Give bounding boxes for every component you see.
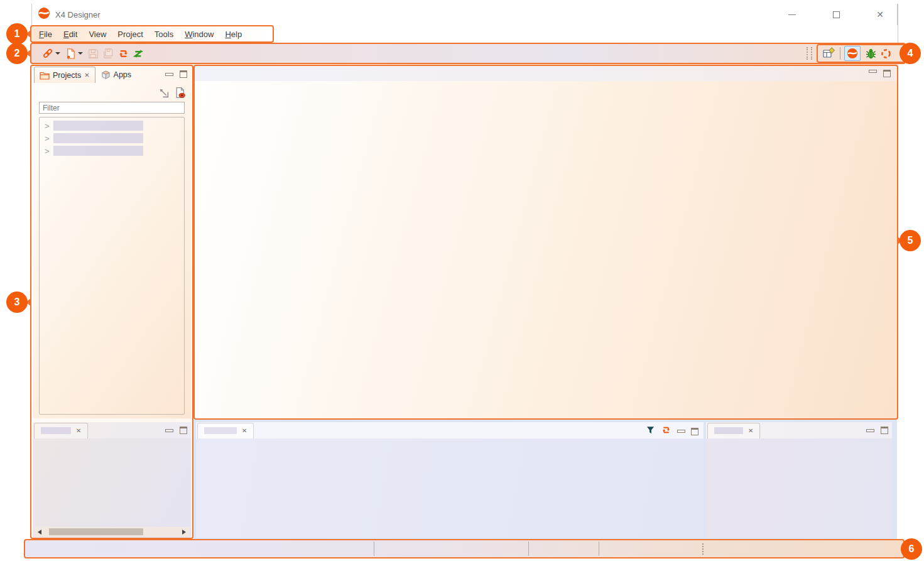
tab-close-icon[interactable]: ✕ <box>242 428 247 434</box>
close-icon: ✕ <box>876 10 884 19</box>
tree-item[interactable]: > <box>40 132 184 144</box>
bottom-right-panel: ✕ <box>706 422 892 538</box>
menu-item-view[interactable]: View <box>83 30 112 39</box>
refresh-icon[interactable] <box>116 45 131 62</box>
filter-input[interactable] <box>39 102 185 114</box>
save-all-icon <box>101 45 116 62</box>
projects-panel: Projects ✕ Apps <box>33 66 191 418</box>
callout-badge-1: 1 <box>6 23 28 45</box>
project-tree[interactable]: >>> <box>39 117 185 415</box>
tab-close-icon[interactable]: ✕ <box>748 428 753 434</box>
redacted-label <box>53 133 143 143</box>
tab-close-icon[interactable]: ✕ <box>76 428 81 434</box>
window-title: X4 Designer <box>55 10 101 19</box>
redacted-label <box>53 146 143 156</box>
link-with-editor-icon[interactable] <box>158 87 170 101</box>
window-close-button[interactable]: ✕ <box>871 5 889 24</box>
save-icon <box>85 45 101 62</box>
tab-projects[interactable]: Projects ✕ <box>34 67 95 83</box>
menu-item-file[interactable]: File <box>33 30 58 39</box>
panel-maximize-icon[interactable] <box>180 427 187 434</box>
app-logo-icon <box>38 7 50 22</box>
toolbar <box>30 43 906 64</box>
link-icon[interactable] <box>40 45 55 62</box>
refresh-icon[interactable] <box>661 425 671 438</box>
panel-minimize-icon[interactable] <box>677 430 685 433</box>
expand-chevron-icon[interactable]: > <box>45 146 52 156</box>
editor-content[interactable] <box>195 81 897 418</box>
bottom-middle-tab-bar: ✕ <box>196 422 704 438</box>
bottom-right-tab[interactable]: ✕ <box>707 423 760 438</box>
panel-minimize-icon[interactable] <box>869 70 877 73</box>
panel-minimize-icon[interactable] <box>165 429 173 432</box>
menu-item-edit[interactable]: Edit <box>58 30 83 39</box>
menu-bar[interactable]: FileEditViewProjectToolsWindowHelp <box>30 25 274 43</box>
menu-item-tools[interactable]: Tools <box>149 30 179 39</box>
tab-close-icon[interactable]: ✕ <box>84 72 89 79</box>
panel-minimize-icon[interactable] <box>165 73 173 76</box>
redacted-label <box>714 427 743 434</box>
tab-apps[interactable]: Apps <box>95 67 138 83</box>
horizontal-scrollbar[interactable] <box>34 527 190 536</box>
editor-area <box>195 66 897 418</box>
window-minimize-button[interactable] <box>783 5 802 24</box>
panel-maximize-icon[interactable] <box>881 427 888 434</box>
callout-badge-5: 5 <box>900 230 921 251</box>
scroll-left-icon[interactable] <box>38 530 41 535</box>
bottom-middle-tab[interactable]: ✕ <box>197 423 254 438</box>
redacted-label <box>41 427 71 434</box>
toolbar-drag-handle[interactable] <box>807 47 808 60</box>
menu-item-window[interactable]: Window <box>179 30 219 39</box>
status-separator <box>528 542 529 556</box>
projects-view-toolbar <box>158 87 186 101</box>
bottom-left-tab-bar: ✕ <box>33 422 191 438</box>
debug-bug-icon[interactable] <box>863 45 878 62</box>
preview-document-icon[interactable] <box>174 87 186 101</box>
maximize-icon <box>833 11 840 18</box>
run-dashed-circle-icon[interactable] <box>878 45 893 62</box>
bottom-middle-panel: ✕ <box>196 422 704 538</box>
new-document-icon[interactable] <box>63 45 78 62</box>
bottom-right-tab-bar: ✕ <box>706 422 892 438</box>
redacted-label <box>53 121 143 131</box>
open-perspective-icon[interactable] <box>821 45 836 62</box>
window-maximize-button[interactable] <box>827 5 845 24</box>
title-bar: X4 Designer ✕ <box>31 4 898 25</box>
bottom-left-tab[interactable]: ✕ <box>34 423 88 438</box>
menu-item-project[interactable]: Project <box>112 30 148 39</box>
status-bar <box>24 539 905 558</box>
status-separator <box>374 542 374 556</box>
new-document-dropdown-caret[interactable] <box>78 52 83 55</box>
expand-chevron-icon[interactable]: > <box>45 134 52 143</box>
x4-perspective-button[interactable] <box>844 46 861 61</box>
tree-item[interactable]: > <box>40 144 184 157</box>
callout-badge-6: 6 <box>901 538 922 560</box>
tab-apps-label: Apps <box>114 70 132 79</box>
panel-maximize-icon[interactable] <box>691 428 698 435</box>
toolbar-separator <box>840 47 840 60</box>
panel-maximize-icon[interactable] <box>883 70 891 77</box>
panel-minimize-icon[interactable] <box>866 429 874 432</box>
callout-badge-3: 3 <box>6 291 28 313</box>
panel-maximize-icon[interactable] <box>180 70 187 78</box>
editor-tab-strip <box>195 66 897 81</box>
cube-icon <box>101 70 111 80</box>
perspective-switcher <box>817 44 906 63</box>
status-drag-handle[interactable] <box>702 543 704 555</box>
callout-badge-2: 2 <box>6 43 28 64</box>
toolbar-drag-handle[interactable] <box>811 47 812 60</box>
callout-badge-4: 4 <box>900 43 921 64</box>
left-panel-tab-bar: Projects ✕ Apps <box>33 66 191 83</box>
redacted-label <box>204 427 237 434</box>
status-separator <box>599 542 599 556</box>
filter-funnel-icon[interactable] <box>646 425 655 437</box>
sync-z-icon[interactable] <box>131 45 146 62</box>
minimize-icon <box>788 14 796 15</box>
expand-chevron-icon[interactable]: > <box>45 121 52 131</box>
folder-icon <box>40 71 50 80</box>
menu-item-help[interactable]: Help <box>219 30 247 39</box>
tree-item[interactable]: > <box>40 119 184 132</box>
scrollbar-thumb[interactable] <box>49 528 143 535</box>
scroll-right-icon[interactable] <box>182 530 186 535</box>
link-dropdown-caret[interactable] <box>55 52 60 55</box>
